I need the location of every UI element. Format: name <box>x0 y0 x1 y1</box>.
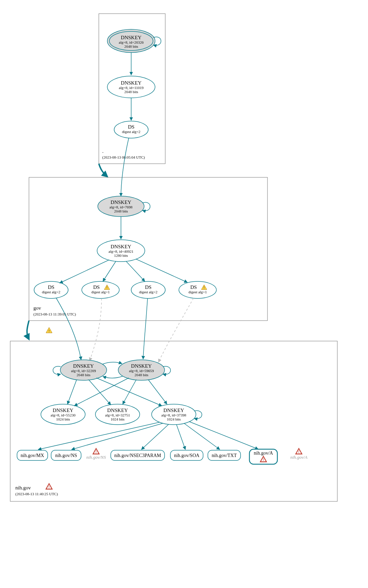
svg-text:alg=8, id=32209: alg=8, id=32209 <box>71 369 96 373</box>
svg-text:digest alg=2: digest alg=2 <box>122 130 140 134</box>
rrset-nsec3param: nih.gov/NSEC3PARAM <box>111 450 165 460</box>
svg-text:digest alg=2: digest alg=2 <box>42 290 60 294</box>
rrset-mx: nih.gov/MX <box>17 450 48 460</box>
edge-ksk1-zsk2 <box>89 380 111 405</box>
node-dnskey-nih-zsk1: DNSKEY alg=8, id=55230 1024 bits <box>41 404 85 425</box>
edge-ksk1-zsk3 <box>96 378 162 406</box>
svg-text:digest alg=1: digest alg=1 <box>188 290 207 294</box>
svg-text:DNSKEY: DNSKEY <box>131 363 152 369</box>
svg-text:nih.gov/TXT: nih.gov/TXT <box>212 453 237 458</box>
node-dnskey-root-zsk: DNSKEY alg=8, id=11019 2048 bits <box>107 76 155 98</box>
svg-text:DNSKEY: DNSKEY <box>121 80 142 86</box>
error-icon: ! <box>296 449 302 454</box>
zone-gov-box <box>29 177 267 321</box>
svg-text:DNSKEY: DNSKEY <box>164 408 184 413</box>
svg-text:!: ! <box>95 450 96 454</box>
svg-text:!: ! <box>48 485 49 489</box>
edge-ksk2-zsk3 <box>148 380 167 404</box>
node-dnskey-gov-zsk: DNSKEY alg=8, id=40921 1280 bits <box>97 240 145 262</box>
svg-text:!: ! <box>263 458 264 461</box>
edge-zsk3-mx <box>38 422 159 450</box>
svg-text:alg=8, id=32751: alg=8, id=32751 <box>105 413 130 417</box>
node-ds-root: DS digest alg=2 <box>114 121 148 138</box>
svg-text:1024 bits: 1024 bits <box>167 417 181 421</box>
svg-text:1024 bits: 1024 bits <box>56 417 70 421</box>
zone-root-timestamp: (2023-08-13 08:05:04 UTC) <box>102 155 145 160</box>
svg-text:!: ! <box>203 286 204 290</box>
svg-text:alg=8, id=37398: alg=8, id=37398 <box>162 413 186 417</box>
node-ds-gov-1: DS digest alg=2 <box>34 281 68 298</box>
svg-text:nih.gov/A: nih.gov/A <box>254 451 273 456</box>
edge-nih-ksk1-ksk2 <box>102 362 122 364</box>
edge-delegation-gov-nih <box>27 321 29 339</box>
svg-text:nih.gov/SOA: nih.gov/SOA <box>174 453 200 458</box>
rrset-txt: nih.gov/TXT <box>208 450 241 460</box>
ghost-a: nih.gov/A <box>290 455 307 460</box>
svg-text:!: ! <box>48 329 50 333</box>
svg-text:DS: DS <box>145 284 151 290</box>
edge-gov-zsk-ds3 <box>126 261 145 281</box>
node-dnskey-gov-ksk: DNSKEY alg=8, id=7698 2048 bits <box>98 196 144 217</box>
svg-text:alg=8, id=40921: alg=8, id=40921 <box>109 249 134 253</box>
edge-self-nih-ksk1 <box>53 366 61 374</box>
node-dnskey-nih-ksk2: DNSKEY alg=8, id=59659 2048 bits <box>118 360 165 380</box>
edge-ksk1-zsk1 <box>67 380 77 404</box>
svg-text:DNSKEY: DNSKEY <box>53 408 74 413</box>
svg-text:2048 bits: 2048 bits <box>77 373 91 377</box>
edge-zsk3-a <box>189 422 258 449</box>
svg-text:!: ! <box>106 286 107 290</box>
svg-text:1024 bits: 1024 bits <box>111 417 125 421</box>
zone-nih-timestamp: (2023-08-13 11:40:25 UTC) <box>15 492 58 496</box>
svg-text:DNSKEY: DNSKEY <box>73 363 94 369</box>
node-dnskey-root-ksk: DNSKEY alg=8, id=20326 2048 bits <box>107 29 155 53</box>
svg-text:2048 bits: 2048 bits <box>124 44 138 48</box>
edge-nih-ksk2-ksk1 <box>103 376 123 378</box>
node-ds-gov-4: DS digest alg=1 <box>179 281 216 298</box>
svg-text:DNSKEY: DNSKEY <box>111 200 132 205</box>
error-icon: ! <box>46 484 52 489</box>
svg-text:DNSKEY: DNSKEY <box>121 35 142 40</box>
svg-text:DNSKEY: DNSKEY <box>111 244 132 249</box>
svg-text:1280 bits: 1280 bits <box>114 253 128 258</box>
error-icon: ! <box>93 449 99 454</box>
zone-gov-timestamp: (2023-08-13 11:39:05 UTC) <box>33 312 76 317</box>
edge-gov-zsk-ds4 <box>136 259 187 282</box>
svg-text:alg=8, id=59659: alg=8, id=59659 <box>129 369 154 373</box>
edge-delegation-root-gov <box>99 164 107 177</box>
edge-zsk3-ns <box>72 423 163 450</box>
svg-text:nih.gov/NS: nih.gov/NS <box>55 453 77 458</box>
svg-text:alg=8, id=55230: alg=8, id=55230 <box>51 413 76 417</box>
warning-icon: ! <box>46 327 52 333</box>
svg-text:2048 bits: 2048 bits <box>135 373 149 377</box>
rrset-soa: nih.gov/SOA <box>170 450 203 460</box>
svg-text:nih.gov/NSEC3PARAM: nih.gov/NSEC3PARAM <box>114 453 161 458</box>
svg-text:2048 bits: 2048 bits <box>114 209 128 213</box>
svg-text:alg=8, id=11019: alg=8, id=11019 <box>119 86 144 90</box>
edge-ds3-nih-ksk2 <box>143 298 148 359</box>
rrset-ns: nih.gov/NS <box>51 450 81 460</box>
svg-text:DS: DS <box>93 284 99 290</box>
svg-text:DS: DS <box>128 124 134 130</box>
edge-gov-zsk-ds1 <box>60 260 109 283</box>
edge-ds4-nih-ksk2 <box>158 298 194 362</box>
ghost-ns: nih.gov/NS <box>86 455 106 460</box>
node-dnskey-nih-zsk2: DNSKEY alg=8, id=32751 1024 bits <box>95 404 140 425</box>
node-ds-gov-2: DS digest alg=1 <box>82 281 119 298</box>
zone-root-label: . <box>102 148 104 154</box>
svg-text:DS: DS <box>48 284 54 290</box>
svg-text:alg=8, id=7698: alg=8, id=7698 <box>109 205 133 209</box>
edge-ds2-nih-ksk1 <box>90 298 102 361</box>
edge-ksk2-zsk2 <box>123 380 136 404</box>
svg-text:DNSKEY: DNSKEY <box>107 408 128 413</box>
svg-text:digest alg=1: digest alg=1 <box>91 290 110 294</box>
zone-gov-label: gov <box>33 305 41 311</box>
dnssec-diagram: . (2023-08-13 08:05:04 UTC) DNSKEY alg=8… <box>7 7 361 581</box>
svg-text:2048 bits: 2048 bits <box>124 90 138 94</box>
rrset-a: nih.gov/A ! <box>249 449 277 464</box>
svg-text:!: ! <box>298 450 299 454</box>
node-ds-gov-3: DS digest alg=2 <box>131 281 165 298</box>
edge-ds1-nih-ksk1 <box>56 298 81 360</box>
node-dnskey-nih-ksk1: DNSKEY alg=8, id=32209 2048 bits <box>60 360 107 380</box>
svg-text:digest alg=2: digest alg=2 <box>139 290 157 294</box>
edge-gov-zsk-ds2 <box>103 261 116 281</box>
